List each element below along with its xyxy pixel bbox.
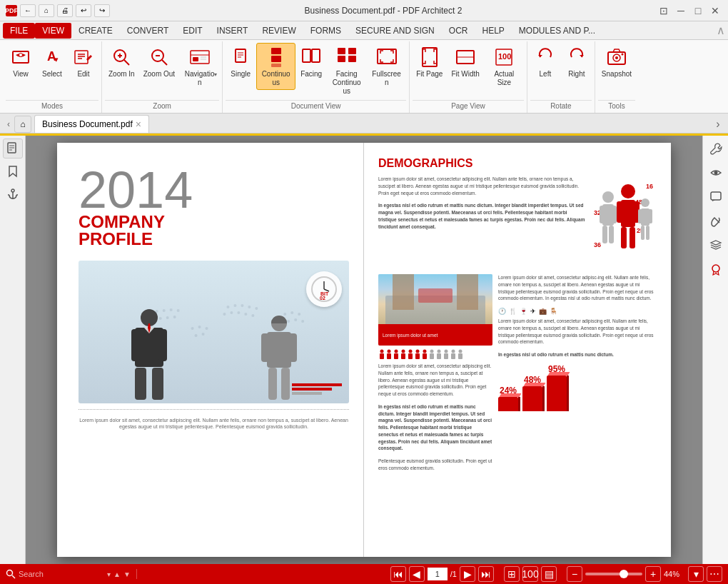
svg-line-14	[162, 60, 167, 65]
menu-modules[interactable]: MODULES AND P...	[512, 23, 602, 39]
tab-expand-btn[interactable]: ›	[711, 116, 725, 133]
menu-bar: FILE VIEW CREATE CONVERT EDIT INSERT REV…	[0, 21, 728, 40]
svg-rect-107	[600, 206, 605, 223]
svg-rect-115	[621, 227, 627, 248]
menu-ocr[interactable]: OCR	[442, 23, 475, 39]
fit-page-btn[interactable]: Fit Page	[413, 43, 446, 81]
svg-rect-31	[338, 56, 345, 62]
redo-btn[interactable]: ↪	[94, 4, 110, 17]
back-btn[interactable]: ←	[20, 4, 36, 17]
briefcase-icon: 💼	[539, 308, 547, 315]
menu-help[interactable]: HELP	[475, 23, 511, 39]
facing-continuous-btn[interactable]: Facing Continuous	[327, 43, 366, 99]
select-btn[interactable]: A ▾ Select	[37, 43, 67, 81]
rotate-left-btn[interactable]: Left	[530, 43, 560, 81]
next-page-btn[interactable]: ▶	[460, 566, 475, 582]
fit-view-btn[interactable]: ⊞	[504, 566, 520, 582]
more-options-btn[interactable]: ⋯	[707, 566, 722, 582]
facing-btn[interactable]: Facing	[296, 43, 326, 81]
doc-area[interactable]: 2014 COMPANY PROFILE	[26, 136, 702, 564]
comment-icon	[709, 191, 722, 203]
actual-size-btn[interactable]: 100 Actual Size	[485, 43, 524, 90]
undo-btn[interactable]: ↩	[76, 4, 91, 17]
right-award-btn[interactable]	[706, 260, 726, 280]
right-layers-btn[interactable]	[706, 236, 726, 256]
eye-icon	[709, 166, 722, 179]
print-btn[interactable]: 🖨	[57, 4, 73, 17]
single-btn[interactable]: Single	[226, 43, 256, 81]
demographics-title: DEMOGRAPHICS	[378, 157, 657, 170]
main-area: 2014 COMPANY PROFILE	[0, 136, 728, 564]
fullscreen-btn[interactable]: Fullscreen	[367, 43, 406, 90]
tab-home-btn[interactable]: ⌂	[14, 116, 31, 133]
last-page-btn[interactable]: ⏭	[478, 566, 494, 582]
svg-rect-128	[394, 353, 398, 359]
zoom-in-status-btn[interactable]: +	[645, 566, 661, 582]
svg-rect-109	[602, 226, 607, 243]
tab-scroll-left[interactable]: ‹	[3, 116, 14, 133]
navigation-btn[interactable]: Navigation ▾	[180, 43, 219, 90]
sidebar-pages-btn[interactable]	[3, 139, 23, 158]
menu-create[interactable]: CREATE	[71, 23, 120, 39]
snapshot-btn[interactable]: Snapshot	[598, 43, 635, 81]
menu-secure[interactable]: SECURE AND SIGN	[348, 23, 442, 39]
stats-bars: 24% 48%	[498, 364, 657, 411]
search-down-arrow[interactable]: ▼	[123, 570, 131, 578]
zoom-slider[interactable]	[585, 573, 642, 575]
demo-text-section: Lorem ipsum dolor sit amet, consectetur …	[378, 176, 585, 268]
page-number-input[interactable]	[428, 568, 448, 580]
menu-file[interactable]: FILE	[3, 23, 35, 39]
single-view-btn[interactable]: ▤	[541, 566, 557, 582]
search-up-arrow[interactable]: ▲	[113, 570, 121, 578]
right-eye-btn[interactable]	[706, 163, 726, 183]
svg-point-131	[409, 350, 413, 353]
zoom-out-btn[interactable]: Zoom Out	[140, 43, 178, 81]
minimize-btn[interactable]: ─	[674, 4, 688, 18]
fit-width-btn[interactable]: Fit Width	[448, 43, 482, 81]
menu-review[interactable]: REVIEW	[255, 23, 303, 39]
svg-text:36: 36	[594, 241, 601, 248]
close-btn[interactable]: ✕	[708, 4, 722, 18]
menu-view[interactable]: VIEW	[35, 23, 71, 39]
fork-icon: 🍴	[509, 308, 517, 315]
svg-point-143	[452, 350, 455, 353]
ribbon-collapse-btn[interactable]: ∧	[717, 24, 725, 37]
menu-forms[interactable]: FORMS	[303, 23, 348, 39]
document-tab[interactable]: Business Document.pdf ×	[34, 115, 149, 133]
actual-view-btn[interactable]: 100	[522, 566, 538, 582]
tab-close-btn[interactable]: ×	[136, 119, 141, 130]
svg-rect-94	[281, 368, 290, 400]
home-btn[interactable]: ⌂	[39, 4, 54, 17]
first-page-btn[interactable]: ⏮	[390, 566, 406, 582]
rotate-right-btn[interactable]: Right	[562, 43, 592, 81]
svg-rect-142	[444, 353, 448, 359]
wrench-icon	[709, 142, 722, 155]
menu-convert[interactable]: CONVERT	[120, 23, 176, 39]
zoom-out-status-btn[interactable]: −	[567, 566, 582, 582]
bottom-left-text: Lorem ipsum dolor sit amet, consectetur …	[378, 363, 492, 398]
right-tools-btn[interactable]	[706, 139, 726, 158]
prev-page-btn[interactable]: ◀	[409, 566, 425, 582]
zoom-in-btn[interactable]: Zoom In	[105, 43, 138, 81]
menu-insert[interactable]: INSERT	[210, 23, 256, 39]
svg-point-127	[395, 350, 398, 353]
anchor-icon	[6, 188, 19, 201]
restore-btn[interactable]: ⊡	[657, 4, 671, 18]
menu-edit[interactable]: EDIT	[176, 23, 209, 39]
zoom-dropdown-btn[interactable]: ▾	[688, 566, 704, 582]
continuous-btn[interactable]: Continuous	[256, 43, 295, 90]
sidebar-anchor-btn[interactable]	[3, 184, 23, 204]
sidebar-bookmark-btn[interactable]	[3, 161, 23, 181]
maximize-btn[interactable]: □	[691, 4, 705, 18]
right-paperclip-btn[interactable]	[706, 211, 726, 231]
stat24-bar	[498, 397, 518, 411]
right-comment-btn[interactable]	[706, 187, 726, 207]
edit-btn[interactable]: Edit	[69, 43, 98, 81]
view-icon	[9, 46, 32, 69]
search-input[interactable]	[19, 570, 104, 578]
view-btn[interactable]: View	[6, 43, 36, 81]
svg-rect-132	[408, 353, 413, 359]
search-dropdown-arrow[interactable]: ▾	[107, 570, 111, 578]
svg-rect-134	[415, 353, 420, 359]
paperclip-icon	[709, 215, 722, 228]
